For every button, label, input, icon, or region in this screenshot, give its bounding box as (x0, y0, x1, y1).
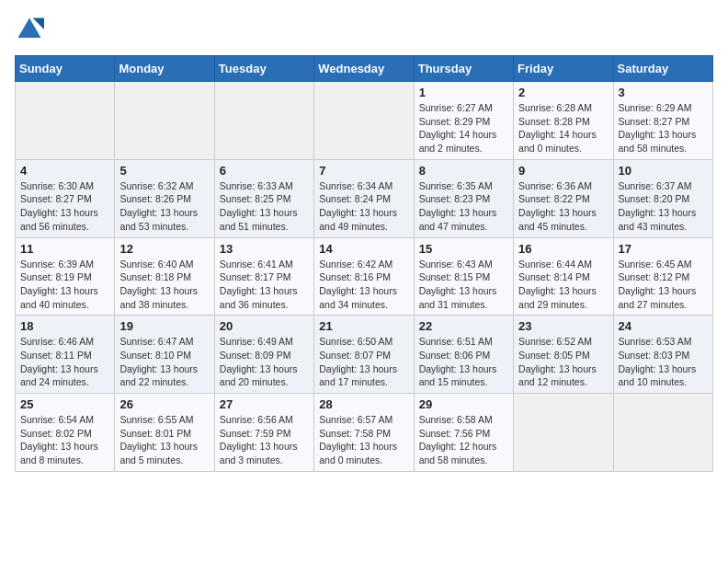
day-info: Sunrise: 6:28 AM Sunset: 8:28 PM Dayligh… (518, 101, 608, 155)
day-info: Sunrise: 6:33 AM Sunset: 8:25 PM Dayligh… (220, 179, 309, 234)
calendar-cell: 21Sunrise: 6:50 AM Sunset: 8:07 PM Dayli… (314, 316, 414, 394)
day-number: 8 (419, 164, 508, 178)
day-number: 17 (619, 242, 708, 256)
day-number: 14 (319, 242, 408, 256)
calendar-cell: 3Sunrise: 6:29 AM Sunset: 8:27 PM Daylig… (613, 82, 712, 160)
calendar-cell: 13Sunrise: 6:41 AM Sunset: 8:17 PM Dayli… (214, 237, 313, 316)
day-number: 28 (319, 397, 408, 411)
calendar-week-1: 4Sunrise: 6:30 AM Sunset: 8:27 PM Daylig… (16, 159, 713, 237)
calendar-cell: 12Sunrise: 6:40 AM Sunset: 8:18 PM Dayli… (115, 237, 214, 316)
calendar-cell: 22Sunrise: 6:51 AM Sunset: 8:06 PM Dayli… (414, 316, 513, 394)
day-info: Sunrise: 6:29 AM Sunset: 8:27 PM Dayligh… (619, 101, 708, 155)
calendar-cell (613, 394, 712, 472)
weekday-header-saturday: Saturday (613, 56, 712, 82)
day-number: 12 (119, 242, 209, 256)
calendar-body: 1Sunrise: 6:27 AM Sunset: 8:29 PM Daylig… (16, 82, 713, 472)
day-number: 5 (119, 164, 209, 178)
day-number: 29 (419, 397, 508, 411)
calendar-cell: 10Sunrise: 6:37 AM Sunset: 8:20 PM Dayli… (613, 159, 712, 237)
calendar-week-4: 25Sunrise: 6:54 AM Sunset: 8:02 PM Dayli… (16, 394, 713, 472)
day-number: 7 (319, 164, 408, 178)
day-number: 19 (119, 319, 209, 333)
weekday-header-friday: Friday (514, 56, 613, 82)
day-number: 26 (119, 397, 209, 411)
weekday-header-tuesday: Tuesday (214, 56, 313, 82)
day-number: 9 (518, 164, 608, 178)
day-number: 27 (220, 397, 309, 411)
day-number: 2 (518, 86, 608, 99)
calendar-cell: 4Sunrise: 6:30 AM Sunset: 8:27 PM Daylig… (16, 159, 115, 237)
day-number: 4 (20, 164, 109, 178)
day-info: Sunrise: 6:53 AM Sunset: 8:03 PM Dayligh… (619, 335, 708, 389)
calendar-cell: 5Sunrise: 6:32 AM Sunset: 8:26 PM Daylig… (115, 159, 214, 237)
calendar-cell: 23Sunrise: 6:52 AM Sunset: 8:05 PM Dayli… (514, 316, 613, 394)
header (15, 15, 713, 44)
day-info: Sunrise: 6:27 AM Sunset: 8:29 PM Dayligh… (419, 101, 508, 155)
calendar-cell: 1Sunrise: 6:27 AM Sunset: 8:29 PM Daylig… (414, 82, 513, 160)
day-number: 16 (518, 242, 608, 256)
day-info: Sunrise: 6:39 AM Sunset: 8:19 PM Dayligh… (20, 258, 109, 312)
day-info: Sunrise: 6:57 AM Sunset: 7:58 PM Dayligh… (319, 413, 408, 467)
logo-icon (15, 15, 44, 44)
day-info: Sunrise: 6:46 AM Sunset: 8:11 PM Dayligh… (20, 335, 109, 389)
day-number: 6 (220, 164, 309, 178)
day-number: 20 (220, 319, 309, 333)
calendar-cell: 18Sunrise: 6:46 AM Sunset: 8:11 PM Dayli… (16, 316, 115, 394)
calendar-cell: 17Sunrise: 6:45 AM Sunset: 8:12 PM Dayli… (613, 237, 712, 316)
calendar-cell: 28Sunrise: 6:57 AM Sunset: 7:58 PM Dayli… (314, 394, 414, 472)
day-info: Sunrise: 6:52 AM Sunset: 8:05 PM Dayligh… (518, 335, 608, 389)
calendar-cell: 11Sunrise: 6:39 AM Sunset: 8:19 PM Dayli… (16, 237, 115, 316)
day-info: Sunrise: 6:47 AM Sunset: 8:10 PM Dayligh… (119, 335, 209, 389)
calendar-cell (214, 82, 313, 160)
day-info: Sunrise: 6:34 AM Sunset: 8:24 PM Dayligh… (319, 179, 408, 234)
day-info: Sunrise: 6:40 AM Sunset: 8:18 PM Dayligh… (119, 258, 209, 312)
day-info: Sunrise: 6:51 AM Sunset: 8:06 PM Dayligh… (419, 335, 508, 389)
day-info: Sunrise: 6:58 AM Sunset: 7:56 PM Dayligh… (419, 413, 508, 467)
calendar-week-3: 18Sunrise: 6:46 AM Sunset: 8:11 PM Dayli… (16, 316, 713, 394)
weekday-header-wednesday: Wednesday (314, 56, 414, 82)
calendar-cell: 15Sunrise: 6:43 AM Sunset: 8:15 PM Dayli… (414, 237, 513, 316)
day-info: Sunrise: 6:49 AM Sunset: 8:09 PM Dayligh… (220, 335, 309, 389)
day-number: 18 (20, 319, 109, 333)
day-info: Sunrise: 6:50 AM Sunset: 8:07 PM Dayligh… (319, 335, 408, 389)
day-number: 11 (20, 242, 109, 256)
calendar-cell: 25Sunrise: 6:54 AM Sunset: 8:02 PM Dayli… (16, 394, 115, 472)
day-info: Sunrise: 6:30 AM Sunset: 8:27 PM Dayligh… (20, 179, 109, 234)
calendar-cell: 6Sunrise: 6:33 AM Sunset: 8:25 PM Daylig… (214, 159, 313, 237)
calendar-cell: 2Sunrise: 6:28 AM Sunset: 8:28 PM Daylig… (514, 82, 613, 160)
calendar-week-0: 1Sunrise: 6:27 AM Sunset: 8:29 PM Daylig… (16, 82, 713, 160)
calendar-cell (16, 82, 115, 160)
calendar-cell: 20Sunrise: 6:49 AM Sunset: 8:09 PM Dayli… (214, 316, 313, 394)
calendar-cell: 19Sunrise: 6:47 AM Sunset: 8:10 PM Dayli… (115, 316, 214, 394)
day-info: Sunrise: 6:35 AM Sunset: 8:23 PM Dayligh… (419, 179, 508, 234)
calendar-cell (115, 82, 214, 160)
calendar-cell: 8Sunrise: 6:35 AM Sunset: 8:23 PM Daylig… (414, 159, 513, 237)
day-number: 25 (20, 397, 109, 411)
calendar-cell: 14Sunrise: 6:42 AM Sunset: 8:16 PM Dayli… (314, 237, 414, 316)
calendar-cell: 29Sunrise: 6:58 AM Sunset: 7:56 PM Dayli… (414, 394, 513, 472)
day-info: Sunrise: 6:36 AM Sunset: 8:22 PM Dayligh… (518, 179, 608, 234)
weekday-header-thursday: Thursday (414, 56, 513, 82)
day-number: 3 (619, 86, 708, 99)
day-number: 10 (619, 164, 708, 178)
calendar-header-row: SundayMondayTuesdayWednesdayThursdayFrid… (16, 56, 713, 82)
day-number: 22 (419, 319, 508, 333)
day-info: Sunrise: 6:54 AM Sunset: 8:02 PM Dayligh… (20, 413, 109, 467)
day-info: Sunrise: 6:37 AM Sunset: 8:20 PM Dayligh… (619, 179, 708, 234)
calendar-week-2: 11Sunrise: 6:39 AM Sunset: 8:19 PM Dayli… (16, 237, 713, 316)
calendar-cell: 24Sunrise: 6:53 AM Sunset: 8:03 PM Dayli… (613, 316, 712, 394)
weekday-header-sunday: Sunday (16, 56, 115, 82)
day-number: 15 (419, 242, 508, 256)
day-number: 1 (419, 86, 508, 99)
calendar-cell (314, 82, 414, 160)
day-info: Sunrise: 6:41 AM Sunset: 8:17 PM Dayligh… (220, 258, 309, 312)
calendar-cell: 16Sunrise: 6:44 AM Sunset: 8:14 PM Dayli… (514, 237, 613, 316)
calendar-cell: 7Sunrise: 6:34 AM Sunset: 8:24 PM Daylig… (314, 159, 414, 237)
calendar-cell: 9Sunrise: 6:36 AM Sunset: 8:22 PM Daylig… (514, 159, 613, 237)
day-number: 13 (220, 242, 309, 256)
day-info: Sunrise: 6:32 AM Sunset: 8:26 PM Dayligh… (119, 179, 209, 234)
day-info: Sunrise: 6:42 AM Sunset: 8:16 PM Dayligh… (319, 258, 408, 312)
calendar-cell: 26Sunrise: 6:55 AM Sunset: 8:01 PM Dayli… (115, 394, 214, 472)
day-number: 23 (518, 319, 608, 333)
day-info: Sunrise: 6:55 AM Sunset: 8:01 PM Dayligh… (119, 413, 209, 467)
